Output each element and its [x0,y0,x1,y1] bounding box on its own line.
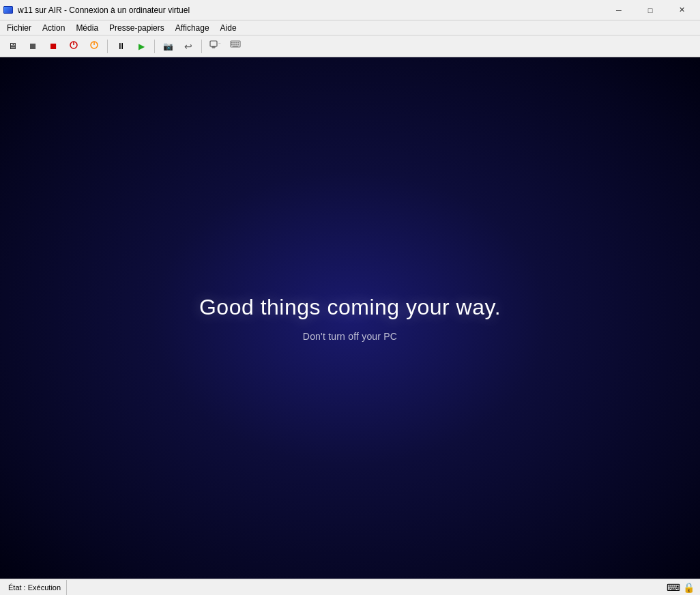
app-icon [3,5,14,16]
minimize-button[interactable]: ─ [603,0,635,20]
stop-red-icon: ⏹ [49,41,58,51]
menu-aide[interactable]: Aide [215,20,242,35]
receive-icon [230,40,241,53]
toolbar-pause-button[interactable]: ⏸ [111,38,130,55]
stop-icon: ⏹ [29,41,38,51]
undo-icon: ↩ [184,41,192,52]
svg-rect-13 [231,44,233,46]
status-bar: État : Exécution ⌨ 🔒 [0,579,700,595]
toolbar-stop-red-button[interactable]: ⏹ [44,38,63,55]
menu-media[interactable]: Média [70,20,104,35]
menu-affichage[interactable]: Affichage [170,20,215,35]
toolbar: 🖥 ⏹ ⏹ ⏸ ▶ 📷 [0,35,700,57]
status-right: ⌨ 🔒 [667,582,697,593]
snapshot-icon: 📷 [163,42,173,51]
status-label: État : [8,583,26,592]
window-controls: ─ □ ✕ [603,0,697,20]
svg-rect-6 [212,48,215,48]
monitor-icon: 🖥 [8,41,17,51]
toolbar-undo-button[interactable]: ↩ [179,38,198,55]
status-execution: État : Exécution [3,580,67,595]
svg-rect-12 [237,42,239,44]
toolbar-separator-2 [154,40,155,53]
power-orange-icon [89,40,99,52]
vm-sub-text: Don't turn off your PC [303,331,397,342]
menu-action[interactable]: Action [37,20,70,35]
toolbar-monitor-button[interactable]: 🖥 [3,38,22,55]
svg-rect-15 [235,44,237,46]
vm-main-text: Good things coming your way. [199,295,501,320]
svg-rect-10 [233,42,235,44]
toolbar-power-red-button[interactable] [64,38,83,55]
menu-presse-papiers[interactable]: Presse-papiers [104,20,170,35]
toolbar-play-button[interactable]: ▶ [132,38,151,55]
toolbar-separator-1 [107,40,108,53]
menu-fichier[interactable]: Fichier [1,20,37,35]
keyboard-icon[interactable]: ⌨ [667,582,680,593]
svg-rect-16 [237,44,239,46]
power-red-icon [69,40,78,52]
svg-rect-14 [233,44,235,46]
toolbar-receive-button[interactable] [226,38,245,55]
maximize-button[interactable]: □ [635,0,666,20]
svg-rect-9 [231,42,233,44]
menu-bar: Fichier Action Média Presse-papiers Affi… [0,20,700,35]
svg-rect-5 [212,46,216,48]
title-bar: w11 sur AIR - Connexion à un ordinateur … [0,0,700,20]
toolbar-separator-3 [201,40,202,53]
send-ctrl-alt-del-icon: → [209,40,220,53]
svg-text:→: → [218,41,220,45]
toolbar-send-button[interactable]: → [205,38,224,55]
svg-rect-11 [235,42,237,44]
title-bar-left: w11 sur AIR - Connexion à un ordinateur … [3,5,190,16]
svg-rect-17 [233,46,239,48]
play-icon: ▶ [138,42,145,51]
close-button[interactable]: ✕ [666,0,697,20]
svg-rect-4 [210,41,217,46]
toolbar-snapshot-button[interactable]: 📷 [158,38,177,55]
vm-screen[interactable]: Good things coming your way. Don't turn … [0,57,700,579]
pause-icon: ⏸ [117,41,126,51]
toolbar-stop-button[interactable]: ⏹ [23,38,42,55]
toolbar-power-orange-button[interactable] [85,38,104,55]
lock-icon[interactable]: 🔒 [683,582,695,593]
window-title: w11 sur AIR - Connexion à un ordinateur … [18,5,190,15]
status-left: État : Exécution [3,580,67,595]
status-value: Exécution [28,583,61,592]
